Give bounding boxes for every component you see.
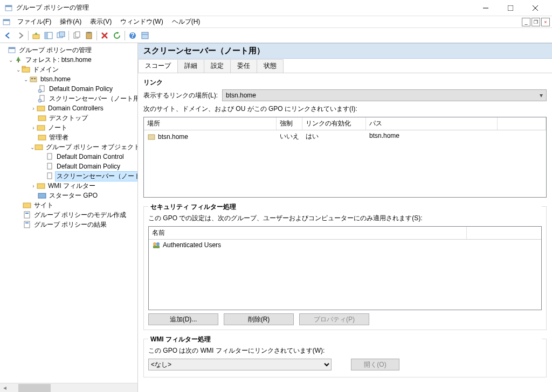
minimize-button[interactable] bbox=[473, 0, 498, 16]
security-group: セキュリティ フィルター処理 この GPO での設定は、次のグループ、ユーザーお… bbox=[143, 206, 547, 330]
links-heading: リンク bbox=[143, 78, 547, 87]
window-title: グループ ポリシーの管理 bbox=[16, 3, 473, 12]
tree-admin[interactable]: 管理者 bbox=[47, 132, 70, 143]
links-row[interactable]: btsn.home いいえ はい btsn.home bbox=[144, 130, 546, 143]
svg-rect-1 bbox=[5, 5, 12, 7]
svg-rect-35 bbox=[38, 116, 46, 121]
tab-scope[interactable]: スコープ bbox=[138, 59, 178, 73]
expand-icon[interactable]: › bbox=[30, 125, 37, 131]
svg-rect-3 bbox=[508, 5, 513, 11]
paste-button[interactable] bbox=[83, 30, 95, 41]
tree-ddp2[interactable]: Default Domain Policy bbox=[55, 162, 122, 171]
close-button[interactable] bbox=[523, 0, 548, 16]
mdi-close[interactable]: × bbox=[541, 18, 550, 26]
col-name[interactable]: 名前 bbox=[149, 227, 467, 239]
domain-icon bbox=[29, 75, 38, 83]
add-button[interactable]: 追加(D)... bbox=[148, 313, 218, 325]
svg-rect-17 bbox=[87, 32, 91, 33]
tree-results[interactable]: グループ ポリシーの結果 bbox=[32, 220, 108, 230]
tree-modeling[interactable]: グループ ポリシーのモデル作成 bbox=[32, 210, 128, 220]
svg-rect-44 bbox=[23, 203, 31, 208]
show-hide-tree-button[interactable] bbox=[43, 30, 54, 41]
new-window-button[interactable] bbox=[55, 30, 67, 41]
copy-button[interactable] bbox=[71, 30, 82, 41]
svg-rect-46 bbox=[25, 213, 29, 214]
security-heading: セキュリティ フィルター処理 bbox=[148, 202, 542, 212]
gpo-link-icon bbox=[38, 85, 46, 93]
mdi-restore[interactable]: ❐ bbox=[532, 18, 540, 26]
svg-rect-11 bbox=[45, 33, 47, 38]
wmi-select[interactable]: <なし> bbox=[148, 359, 332, 370]
help-button[interactable]: ? bbox=[127, 30, 139, 41]
gpo-icon bbox=[45, 172, 54, 180]
links-table[interactable]: 場所 強制 リンクの有効化 パス btsn.home いいえ はい btsn.h… bbox=[143, 117, 547, 198]
tree-ssn[interactable]: スクリーンセーバー（ノート用） bbox=[47, 94, 137, 104]
tree-ddc[interactable]: Default Domain Control bbox=[55, 152, 126, 161]
security-row[interactable]: Authenticated Users bbox=[149, 240, 541, 250]
svg-rect-52 bbox=[153, 246, 160, 248]
col-path[interactable]: パス bbox=[366, 117, 498, 130]
svg-rect-38 bbox=[35, 145, 43, 150]
content-area: グループ ポリシーの管理 ⌄フォレスト: btsn.home ⌄ドメイン ⌄bt… bbox=[0, 43, 552, 392]
tab-delegation[interactable]: 委任 bbox=[230, 59, 257, 73]
tree-wmi[interactable]: WMI フィルター bbox=[46, 181, 97, 191]
menu-help[interactable]: ヘルプ(H) bbox=[168, 16, 205, 27]
menu-window[interactable]: ウィンドウ(W) bbox=[116, 16, 167, 27]
collapse-icon[interactable]: ⌄ bbox=[8, 57, 14, 63]
collapse-icon[interactable]: ⌄ bbox=[15, 67, 22, 73]
tree-forest[interactable]: フォレスト: btsn.home bbox=[24, 55, 93, 65]
wmi-heading: WMI フィルター処理 bbox=[148, 335, 542, 344]
remove-button[interactable]: 削除(R) bbox=[224, 313, 294, 325]
options-button[interactable] bbox=[139, 30, 151, 41]
tree-note[interactable]: ノート bbox=[46, 123, 69, 133]
tab-status[interactable]: 状態 bbox=[257, 59, 284, 73]
properties-button[interactable]: プロパティ(P) bbox=[299, 313, 369, 325]
maximize-button[interactable] bbox=[498, 0, 523, 16]
expand-icon[interactable]: › bbox=[30, 106, 37, 111]
svg-rect-49 bbox=[148, 135, 155, 139]
tree-scrollbar[interactable]: ◂ bbox=[0, 383, 137, 392]
location-dropdown[interactable]: btsn.home bbox=[222, 89, 547, 101]
tab-settings[interactable]: 設定 bbox=[204, 59, 231, 73]
forward-button[interactable] bbox=[15, 30, 26, 41]
domain-icon bbox=[147, 133, 156, 141]
up-button[interactable] bbox=[30, 30, 42, 41]
svg-rect-20 bbox=[142, 32, 148, 39]
expand-icon[interactable]: › bbox=[30, 183, 37, 189]
tab-details[interactable]: 詳細 bbox=[177, 59, 204, 73]
collapse-icon[interactable]: ⌄ bbox=[30, 144, 34, 150]
tree-starter[interactable]: スターター GPO bbox=[47, 191, 99, 201]
menu-view[interactable]: 表示(V) bbox=[86, 16, 116, 27]
tree-dc[interactable]: Domain Controllers bbox=[46, 104, 105, 113]
menu-bar: ファイル(F) 操作(A) 表示(V) ウィンドウ(W) ヘルプ(H) _ ❐ … bbox=[0, 16, 552, 28]
refresh-button[interactable] bbox=[111, 30, 123, 41]
menu-file[interactable]: ファイル(F) bbox=[13, 16, 56, 27]
tree-gpo-folder[interactable]: グループ ポリシー オブジェクト bbox=[44, 142, 137, 152]
tree-desktop[interactable]: デスクトップ bbox=[47, 113, 89, 123]
col-location[interactable]: 場所 bbox=[144, 117, 277, 130]
tree-sites[interactable]: サイト bbox=[32, 200, 55, 211]
tree-domains[interactable]: ドメイン bbox=[31, 65, 60, 75]
tree[interactable]: グループ ポリシーの管理 ⌄フォレスト: btsn.home ⌄ドメイン ⌄bt… bbox=[0, 43, 137, 383]
open-button[interactable]: 開く(O) bbox=[351, 359, 399, 370]
users-icon bbox=[152, 241, 161, 249]
delete-button[interactable] bbox=[99, 30, 111, 41]
svg-rect-34 bbox=[37, 106, 45, 111]
tree-root[interactable]: グループ ポリシーの管理 bbox=[17, 45, 93, 55]
ou-icon bbox=[37, 123, 45, 132]
wmi-desc: この GPO は次の WMI フィルターにリンクされています(W): bbox=[148, 346, 542, 355]
col-enforced[interactable]: 強制 bbox=[277, 117, 302, 130]
collapse-icon[interactable]: ⌄ bbox=[23, 76, 29, 82]
tree-domain[interactable]: btsn.home bbox=[39, 75, 72, 83]
menu-action[interactable]: 操作(A) bbox=[56, 16, 86, 27]
gpmc-root-icon bbox=[8, 46, 16, 54]
svg-rect-28 bbox=[31, 78, 33, 79]
col-enabled[interactable]: リンクの有効化 bbox=[302, 117, 366, 130]
security-table[interactable]: 名前 Authenticated Users bbox=[148, 226, 542, 310]
back-button[interactable] bbox=[2, 30, 14, 41]
svg-point-51 bbox=[156, 242, 160, 246]
svg-rect-30 bbox=[40, 86, 44, 92]
tree-ddp[interactable]: Default Domain Policy bbox=[47, 85, 114, 93]
mdi-minimize[interactable]: _ bbox=[522, 18, 530, 26]
tree-ssn2[interactable]: スクリーンセーバー（ノート用 bbox=[55, 171, 137, 181]
